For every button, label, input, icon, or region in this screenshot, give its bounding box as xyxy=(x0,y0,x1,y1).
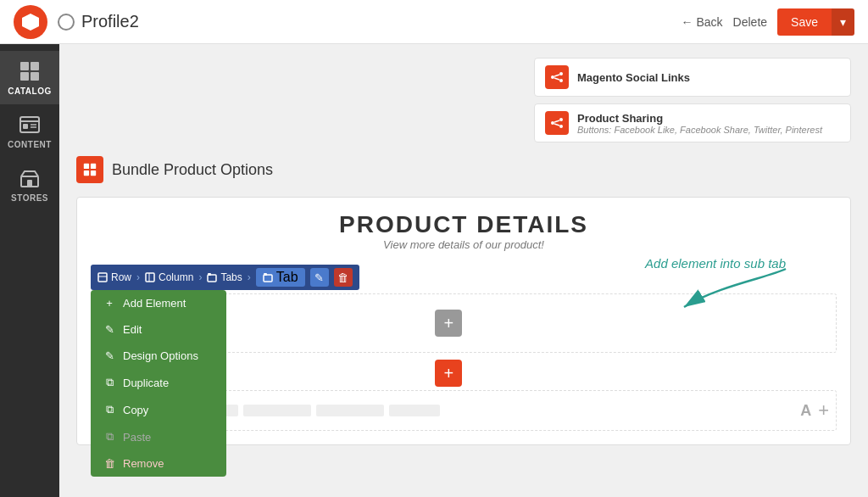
svg-rect-24 xyxy=(91,170,96,176)
save-button[interactable]: Save xyxy=(777,8,832,36)
placeholder-3 xyxy=(243,405,311,416)
sidebar-content-label: CONTENT xyxy=(8,140,52,149)
product-details-heading: PRODUCT DETAILS xyxy=(91,211,837,238)
toolbar-delete-button[interactable]: 🗑 xyxy=(334,268,353,287)
svg-line-15 xyxy=(554,78,559,80)
duplicate-icon: ⧉ xyxy=(103,376,116,389)
svg-point-18 xyxy=(559,125,563,128)
copy-icon: ⧉ xyxy=(103,403,116,416)
menu-edit[interactable]: ✎ Edit xyxy=(91,316,226,343)
annotation-arrow xyxy=(633,260,820,328)
main-content: Magento Social Links Product Sharing But… xyxy=(59,44,868,497)
svg-point-16 xyxy=(551,121,554,125)
design-icon: ✎ xyxy=(103,349,116,362)
edit-icon: ✎ xyxy=(103,323,116,336)
menu-duplicate[interactable]: ⧉ Duplicate xyxy=(91,369,226,396)
social-links-title: Magento Social Links xyxy=(577,71,690,84)
svg-rect-3 xyxy=(31,72,39,81)
back-arrow-icon: ← xyxy=(681,15,693,29)
bundle-header: Bundle Product Options xyxy=(76,156,851,183)
social-links-icon xyxy=(545,65,569,89)
toolbar-sep2: › xyxy=(198,271,202,283)
svg-rect-32 xyxy=(264,273,267,276)
svg-line-20 xyxy=(554,124,559,126)
delete-button[interactable]: Delete xyxy=(733,15,767,29)
remove-icon: 🗑 xyxy=(103,457,116,470)
product-sharing-subtitle: Buttons: Facebook Like, Facebook Share, … xyxy=(577,125,822,135)
add-bottom-button[interactable]: + xyxy=(818,399,829,422)
product-sharing-title: Product Sharing xyxy=(577,112,822,125)
add-element-button[interactable]: + xyxy=(435,310,462,337)
bundle-title: Bundle Product Options xyxy=(112,161,273,179)
svg-rect-10 xyxy=(27,180,32,187)
toolbar-area: Row › Column › Tabs › Tab xyxy=(91,265,837,431)
page-title-group: Profile2 xyxy=(58,12,139,31)
svg-rect-30 xyxy=(208,273,211,276)
svg-rect-6 xyxy=(23,124,28,129)
toolbar-edit-button[interactable]: ✎ xyxy=(310,268,329,287)
svg-rect-27 xyxy=(146,273,154,282)
menu-copy[interactable]: ⧉ Copy xyxy=(91,396,226,423)
svg-rect-2 xyxy=(20,72,29,81)
panel-items: Magento Social Links Product Sharing But… xyxy=(534,58,851,142)
svg-point-12 xyxy=(559,72,563,75)
sidebar-item-stores[interactable]: STORES xyxy=(0,158,59,211)
svg-rect-21 xyxy=(84,164,89,169)
panel-item-sharing[interactable]: Product Sharing Buttons: Facebook Like, … xyxy=(534,103,851,142)
svg-point-17 xyxy=(559,118,563,121)
add-icon: + xyxy=(103,297,116,310)
content-area: PRODUCT DETAILS View more details of our… xyxy=(76,197,851,445)
placeholder-5 xyxy=(389,405,440,416)
sidebar-catalog-label: CATALOG xyxy=(8,87,51,96)
header: Profile2 ← Back Delete Save ▾ xyxy=(0,0,868,44)
sidebar-item-catalog[interactable]: CATALOG xyxy=(0,51,59,104)
svg-rect-31 xyxy=(264,275,272,282)
main-layout: CATALOG CONTENT STORES xyxy=(0,44,868,497)
page-title: Profile2 xyxy=(81,12,139,31)
sidebar-item-content[interactable]: CONTENT xyxy=(0,104,59,158)
placeholder-4 xyxy=(316,405,384,416)
sidebar-stores-label: STORES xyxy=(11,193,48,203)
save-group: Save ▾ xyxy=(777,8,854,36)
svg-rect-23 xyxy=(84,170,89,176)
sidebar: CATALOG CONTENT STORES xyxy=(0,44,59,497)
toolbar-tab-active[interactable]: Tab xyxy=(256,268,305,287)
save-dropdown-button[interactable]: ▾ xyxy=(832,8,854,36)
svg-rect-29 xyxy=(208,275,216,282)
magento-logo xyxy=(14,5,47,39)
svg-rect-25 xyxy=(98,273,107,282)
toolbar-row[interactable]: Row xyxy=(97,271,131,283)
product-details-subheading: View more details of our product! xyxy=(91,238,837,251)
svg-point-11 xyxy=(551,75,554,79)
product-sharing-icon xyxy=(545,111,569,135)
element-toolbar: Row › Column › Tabs › Tab xyxy=(91,265,359,290)
svg-rect-22 xyxy=(91,164,96,169)
menu-design-options[interactable]: ✎ Design Options xyxy=(91,343,226,369)
context-menu: + Add Element ✎ Edit ✎ Design Options xyxy=(91,290,226,477)
paste-icon: ⧉ xyxy=(103,430,116,444)
menu-remove[interactable]: 🗑 Remove xyxy=(91,450,226,477)
header-actions: ← Back Delete Save ▾ xyxy=(681,8,854,36)
status-circle xyxy=(58,14,75,31)
toolbar-sep3: › xyxy=(248,271,251,283)
svg-rect-1 xyxy=(31,62,39,70)
bundle-icon xyxy=(76,156,103,183)
add-row-button[interactable]: + xyxy=(435,360,462,387)
text-element-icon: A xyxy=(800,402,811,420)
menu-paste: ⧉ Paste xyxy=(91,423,226,450)
svg-line-19 xyxy=(554,120,559,122)
svg-line-14 xyxy=(554,75,559,76)
product-details-header: PRODUCT DETAILS View more details of our… xyxy=(91,211,837,251)
menu-add-element[interactable]: + Add Element xyxy=(91,290,226,316)
toolbar-tabs[interactable]: Tabs xyxy=(207,271,242,283)
toolbar-sep1: › xyxy=(136,271,140,283)
back-button[interactable]: ← Back xyxy=(681,15,722,29)
svg-rect-0 xyxy=(20,62,29,70)
panel-item-social[interactable]: Magento Social Links xyxy=(534,58,851,97)
toolbar-column[interactable]: Column xyxy=(145,271,193,283)
svg-point-13 xyxy=(559,79,563,82)
